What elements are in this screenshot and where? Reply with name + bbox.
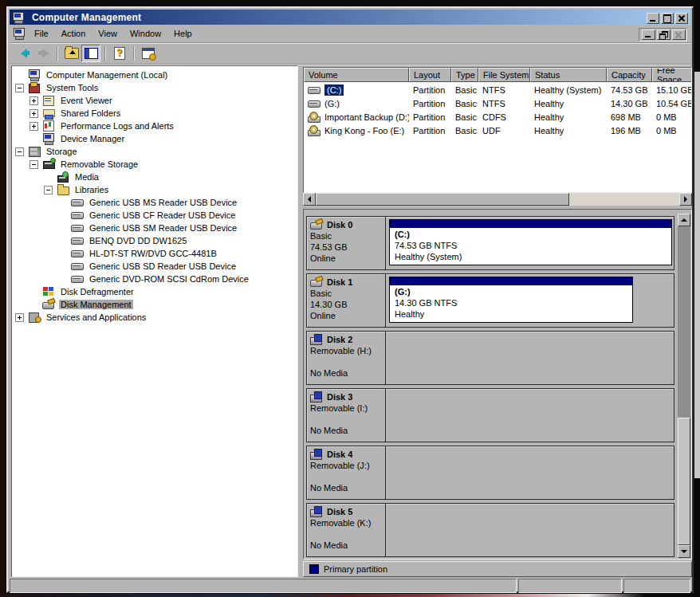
tree-item-label[interactable]: Generic USB MS Reader USB Device [88, 198, 238, 207]
tree-item-services-applications[interactable]: Services and Applications [12, 311, 297, 324]
disk-0-panel[interactable]: Disk 0 Basic 74.53 GB Online (C:) 74.53 … [306, 216, 674, 270]
expand-icon[interactable] [15, 313, 24, 322]
partition-g[interactable]: (G:) 14.30 GB NTFS Healthy [389, 277, 633, 323]
column-header-file-system[interactable]: File System [478, 68, 530, 82]
menu-help[interactable]: Help [167, 26, 199, 41]
tree-item-storage[interactable]: Storage [12, 145, 297, 158]
tree-item-label[interactable]: Computer Management (Local) [45, 70, 169, 80]
tree-item-label[interactable]: System Tools [45, 83, 100, 92]
scroll-up-button[interactable] [678, 214, 690, 226]
right-arrow-icon [684, 196, 690, 202]
tree-item-hldtst-dvd[interactable]: HL-DT-ST RW/DVD GCC-4481B [12, 247, 297, 260]
cell-free-space: 15.10 GB [652, 83, 692, 96]
column-header-layout[interactable]: Layout [409, 68, 451, 82]
tree-item-system-tools[interactable]: System Tools [12, 81, 297, 94]
mdi-minimize-button[interactable] [642, 29, 655, 40]
tree-item-label[interactable]: Generic USB CF Reader USB Device [88, 210, 237, 220]
horizontal-scrollbar[interactable] [303, 193, 692, 206]
disk-1-header[interactable]: Disk 1 Basic 14.30 GB Online [307, 274, 386, 327]
up-one-level-button[interactable] [62, 45, 81, 62]
vertical-scrollbar[interactable] [678, 214, 690, 558]
disk-1-panel[interactable]: Disk 1 Basic 14.30 GB Online (G:) 14.30 … [306, 273, 674, 328]
back-button[interactable] [14, 45, 33, 62]
tree-item-removable-storage[interactable]: Removable Storage [12, 158, 297, 171]
mdi-restore-button[interactable] [657, 29, 671, 40]
collapse-icon[interactable] [15, 84, 24, 92]
tree-item-usb-ms-reader[interactable]: Generic USB MS Reader USB Device [12, 196, 297, 209]
expand-icon[interactable] [29, 96, 38, 105]
tree-item-label[interactable]: Generic USB SM Reader USB Device [88, 223, 238, 233]
tree-item-usb-sm-reader[interactable]: Generic USB SM Reader USB Device [12, 222, 297, 234]
tree-item-libraries[interactable]: Libraries [12, 183, 297, 196]
scroll-left-button[interactable] [303, 193, 316, 206]
collapse-icon[interactable] [15, 147, 24, 156]
menu-file[interactable]: File [28, 26, 55, 41]
tree-item-disk-defragmenter[interactable]: Disk Defragmenter [12, 285, 297, 298]
column-header-free-space[interactable]: Free Space [652, 68, 692, 82]
tree-item-label[interactable]: Performance Logs and Alerts [59, 121, 175, 131]
close-button[interactable] [675, 13, 688, 24]
tree-item-label[interactable]: HL-DT-ST RW/DVD GCC-4481B [88, 249, 218, 258]
show-hide-console-tree-button[interactable] [81, 45, 100, 62]
tree-item-label[interactable]: Disk Defragmenter [59, 287, 136, 297]
menu-window[interactable]: Window [124, 26, 167, 41]
menu-view[interactable]: View [92, 26, 124, 41]
disk-5-header[interactable]: Disk 5 Removable (K:) No Media [307, 504, 386, 556]
scroll-right-button[interactable] [679, 193, 692, 206]
tree-item-computer-management[interactable]: Computer Management (Local) [12, 69, 297, 81]
disk-2-header[interactable]: Disk 2 Removable (H:) No Media [307, 332, 386, 384]
tree-item-label[interactable]: Storage [45, 147, 79, 156]
disk-3-panel[interactable]: Disk 3 Removable (I:) No Media [306, 388, 674, 442]
computer-management-window: Computer Management File Action View Win… [6, 6, 694, 593]
disk-2-panel[interactable]: Disk 2 Removable (H:) No Media [306, 331, 674, 385]
tree-item-label[interactable]: Removable Storage [59, 159, 140, 169]
legend-bar: Primary partition [303, 561, 692, 577]
tree-item-usb-cf-reader[interactable]: Generic USB CF Reader USB Device [12, 209, 297, 222]
tree-item-benq-dvd[interactable]: BENQ DVD DD DW1625 [12, 234, 297, 247]
tree-item-label[interactable]: Libraries [73, 185, 110, 194]
tree-item-label[interactable]: Shared Folders [59, 108, 122, 118]
tree-item-label[interactable]: Media [73, 172, 100, 182]
tree-item-performance-logs[interactable]: Performance Logs and Alerts [12, 120, 297, 132]
tree-item-device-manager[interactable]: Device Manager [12, 132, 297, 145]
horizontal-scroll-thumb[interactable] [316, 193, 569, 206]
column-header-capacity[interactable]: Capacity [607, 68, 652, 82]
scroll-down-button[interactable] [678, 545, 690, 558]
title-bar[interactable]: Computer Management [10, 10, 690, 25]
partition-c[interactable]: (C:) 74.53 GB NTFS Healthy (System) [389, 219, 672, 265]
vertical-scroll-thumb[interactable] [678, 418, 690, 545]
disk-4-header[interactable]: Disk 4 Removable (J:) No Media [307, 446, 386, 499]
menu-action[interactable]: Action [55, 26, 92, 41]
disk-4-panel[interactable]: Disk 4 Removable (J:) No Media [306, 446, 674, 500]
mdi-child-icon[interactable] [13, 28, 26, 39]
minimize-button[interactable] [647, 13, 659, 24]
volume-name: Important Backup (D:) [324, 112, 409, 122]
tree-item-event-viewer[interactable]: Event Viewer [12, 94, 297, 107]
expand-icon[interactable] [29, 122, 38, 131]
tree-item-label[interactable]: BENQ DVD DD DW1625 [88, 236, 188, 245]
expand-icon[interactable] [29, 109, 38, 118]
column-header-type[interactable]: Type [451, 68, 478, 82]
help-button[interactable] [110, 45, 129, 62]
column-header-status[interactable]: Status [530, 68, 607, 82]
tree-item-label[interactable]: Event Viewer [59, 96, 114, 105]
tree-item-disk-management[interactable]: Disk Management [12, 298, 297, 311]
tree-item-label[interactable]: Device Manager [59, 134, 126, 143]
maximize-button[interactable] [661, 13, 674, 24]
disk-5-panel[interactable]: Disk 5 Removable (K:) No Media [306, 503, 674, 557]
column-header-volume[interactable]: Volume [304, 68, 409, 82]
tree-item-label[interactable]: Services and Applications [45, 312, 147, 322]
collapse-icon[interactable] [29, 160, 38, 169]
disk-0-header[interactable]: Disk 0 Basic 74.53 GB Online [307, 217, 386, 269]
disk-3-header[interactable]: Disk 3 Removable (I:) No Media [307, 389, 386, 442]
tree-item-usb-sd-reader[interactable]: Generic USB SD Reader USB Device [12, 260, 297, 273]
tree-item-media[interactable]: Media [12, 171, 297, 183]
tree-item-label-selected[interactable]: Disk Management [59, 300, 133, 309]
collapse-icon[interactable] [44, 186, 53, 194]
tree-item-shared-folders[interactable]: Shared Folders [12, 107, 297, 120]
console-window-button[interactable] [139, 45, 158, 62]
tree-item-label[interactable]: Generic DVD-ROM SCSI CdRom Device [88, 274, 250, 284]
disk-icon [310, 219, 324, 230]
tree-item-dvdrom-scsi[interactable]: Generic DVD-ROM SCSI CdRom Device [12, 273, 297, 285]
tree-item-label[interactable]: Generic USB SD Reader USB Device [88, 261, 238, 271]
